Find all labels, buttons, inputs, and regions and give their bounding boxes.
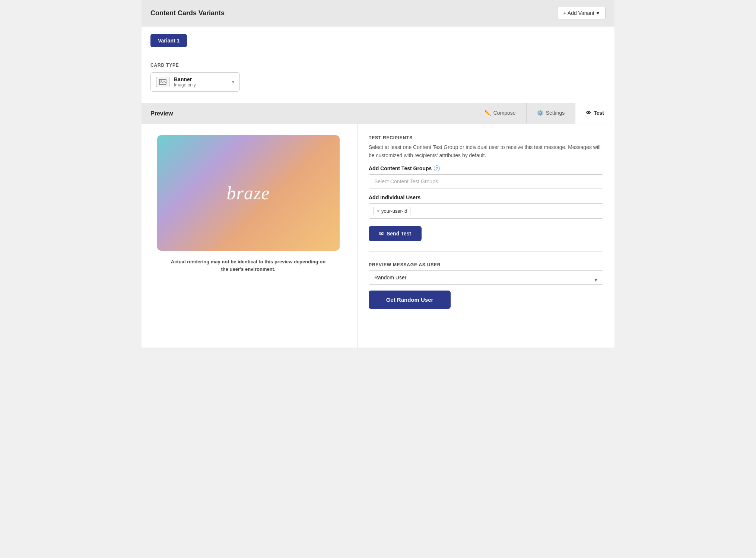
card-type-text: Banner Image only: [174, 76, 228, 88]
test-recipients-description: Select at least one Content Test Group o…: [369, 143, 603, 159]
individual-users-field[interactable]: × your-user-id: [369, 203, 603, 219]
tab-test-label: Test: [594, 110, 604, 116]
individual-users-label: Add Individual Users: [369, 194, 603, 200]
preview-image: braze: [157, 135, 340, 251]
section-divider: [369, 251, 603, 252]
page-wrapper: Content Cards Variants + Add Variant ▾ V…: [142, 0, 614, 348]
dropdown-arrow-icon: ▾: [232, 79, 234, 85]
tab-compose[interactable]: ✏️ Compose: [474, 103, 526, 124]
variant-1-tag[interactable]: Variant 1: [150, 34, 187, 47]
eye-icon: 👁: [586, 110, 591, 116]
preview-message-title: PREVIEW MESSAGE AS USER: [369, 262, 603, 267]
random-user-select-wrapper: Random UserSpecific User: [369, 270, 603, 291]
remove-user-tag-icon[interactable]: ×: [377, 209, 379, 214]
preview-user-select[interactable]: Random UserSpecific User: [369, 270, 603, 285]
pencil-icon: ✏️: [485, 110, 491, 116]
banner-icon: [156, 77, 169, 87]
tab-settings[interactable]: ⚙️ Settings: [526, 103, 575, 124]
preview-note: Actual rendering may not be identical to…: [170, 258, 327, 273]
content-test-groups-label: Add Content Test Groups ?: [369, 165, 603, 171]
send-test-button[interactable]: ✉ Send Test: [369, 226, 422, 241]
page-title: Content Cards Variants: [150, 9, 225, 17]
add-variant-label: + Add Variant: [563, 10, 594, 16]
svg-point-1: [161, 80, 162, 82]
card-type-name: Banner: [174, 76, 228, 82]
page-header: Content Cards Variants + Add Variant ▾: [142, 0, 614, 26]
add-variant-button[interactable]: + Add Variant ▾: [557, 7, 606, 19]
preview-panel: braze Actual rendering may not be identi…: [142, 124, 358, 348]
card-type-dropdown[interactable]: Banner Image only ▾: [150, 72, 240, 92]
send-test-label: Send Test: [387, 231, 411, 237]
braze-logo-text: braze: [226, 182, 270, 204]
user-tag: × your-user-id: [374, 207, 410, 215]
envelope-icon: ✉: [379, 231, 384, 237]
help-icon[interactable]: ?: [434, 165, 440, 171]
preview-message-section: PREVIEW MESSAGE AS USER Random UserSpeci…: [369, 262, 603, 309]
tabs-container: ✏️ Compose ⚙️ Settings 👁 Test: [474, 103, 614, 124]
get-random-user-button[interactable]: Get Random User: [369, 291, 451, 309]
card-type-section: CARD TYPE Banner Image only ▾: [142, 55, 614, 103]
card-type-sub: Image only: [174, 82, 228, 88]
main-content: braze Actual rendering may not be identi…: [142, 124, 614, 348]
test-recipients-title: TEST RECIPIENTS: [369, 135, 603, 140]
content-test-groups-input[interactable]: [369, 174, 603, 188]
chevron-down-icon: ▾: [597, 10, 599, 16]
preview-tabs-header: Preview ✏️ Compose ⚙️ Settings 👁 Test: [142, 103, 614, 124]
gear-icon: ⚙️: [537, 110, 543, 116]
tab-test[interactable]: 👁 Test: [575, 103, 614, 124]
tab-settings-label: Settings: [546, 110, 565, 116]
user-tag-label: your-user-id: [381, 208, 407, 214]
right-panel: TEST RECIPIENTS Select at least one Cont…: [358, 124, 614, 348]
tab-compose-label: Compose: [493, 110, 516, 116]
preview-section-label: Preview: [142, 104, 182, 124]
card-type-label: CARD TYPE: [150, 63, 606, 68]
test-recipients-section: TEST RECIPIENTS Select at least one Cont…: [369, 135, 603, 241]
variant-section: Variant 1: [142, 26, 614, 55]
gradient-background: braze: [157, 135, 340, 251]
